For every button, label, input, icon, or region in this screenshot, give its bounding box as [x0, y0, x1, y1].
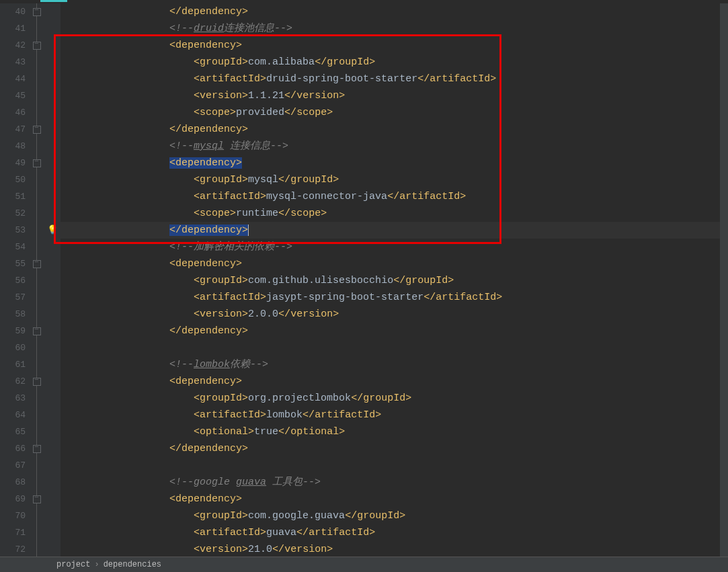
fold-toggle-icon[interactable] — [33, 8, 41, 16]
line-number[interactable]: 64 — [0, 407, 26, 423]
line-number[interactable]: 56 — [0, 272, 26, 289]
breadcrumb-bar[interactable]: project › dependencies — [0, 557, 728, 572]
fold-toggle-icon[interactable] — [33, 260, 41, 268]
code-line[interactable]: <version>21.0</version> — [60, 541, 728, 557]
line-number[interactable]: 55 — [0, 255, 26, 272]
code-line[interactable]: <scope>runtime</scope> — [60, 205, 728, 222]
line-number[interactable]: 62 — [0, 373, 26, 390]
line-number[interactable]: 59 — [0, 323, 26, 339]
code-token: < — [169, 258, 175, 270]
line-number[interactable]: 68 — [0, 474, 26, 491]
line-number[interactable]: 48 — [0, 138, 26, 155]
code-token: druid — [194, 23, 224, 34]
line-number[interactable]: 41 — [0, 20, 26, 37]
fold-gutter[interactable] — [31, 3, 43, 557]
line-number[interactable]: 50 — [0, 171, 26, 188]
code-line[interactable]: <!--加解密相关的依赖--> — [60, 239, 728, 255]
line-number[interactable]: 60 — [0, 339, 26, 356]
line-number[interactable]: 42 — [0, 37, 26, 54]
code-token: 连接池信息--> — [224, 23, 292, 34]
code-line[interactable]: <dependency> — [60, 255, 728, 272]
fold-toggle-icon[interactable] — [33, 327, 41, 335]
code-line[interactable]: <!--google guava 工具包--> — [60, 474, 728, 491]
line-number[interactable]: 61 — [0, 356, 26, 373]
fold-toggle-icon[interactable] — [33, 159, 41, 167]
code-line[interactable] — [60, 457, 728, 474]
line-number[interactable]: 53 — [0, 222, 26, 239]
code-token: > — [242, 544, 248, 555]
code-token: dependency — [181, 124, 242, 135]
code-line[interactable]: <artifactId>jasypt-spring-boot-starter</… — [60, 289, 728, 306]
line-number[interactable]: 51 — [0, 188, 26, 205]
code-line[interactable]: <dependency> — [60, 491, 728, 507]
fold-toggle-icon[interactable] — [33, 445, 41, 453]
fold-toggle-icon[interactable] — [33, 42, 41, 50]
code-line[interactable]: <groupId>com.github.ulisesbocchio</group… — [60, 272, 728, 289]
fold-toggle-icon[interactable] — [33, 378, 41, 386]
code-line[interactable]: <groupId>com.google.guava</groupId> — [60, 507, 728, 524]
code-line[interactable] — [60, 339, 728, 356]
line-number[interactable]: 57 — [0, 289, 26, 306]
code-line[interactable]: <!--druid连接池信息--> — [60, 20, 728, 37]
code-line[interactable]: </dependency> — [60, 121, 728, 138]
code-token: </ — [169, 224, 181, 236]
code-line[interactable]: <dependency> — [60, 37, 728, 54]
line-number[interactable]: 71 — [0, 524, 26, 541]
code-line[interactable]: <artifactId>lombok</artifactId> — [60, 407, 728, 423]
code-line[interactable]: <artifactId>guava</artifactId> — [60, 524, 728, 541]
line-number[interactable]: 52 — [0, 205, 26, 222]
code-area[interactable]: 4041424344454647484950515253545556575859… — [0, 3, 728, 557]
code-line[interactable]: <groupId>com.alibaba</groupId> — [60, 54, 728, 71]
code-token: > — [242, 325, 248, 337]
code-line[interactable]: <dependency> — [60, 373, 728, 390]
code-token: com.google.guava — [248, 510, 345, 522]
code-line[interactable]: <groupId>org.projectlombok</groupId> — [60, 390, 728, 407]
line-number[interactable]: 63 — [0, 390, 26, 407]
code-token: > — [405, 393, 411, 404]
line-number[interactable]: 54 — [0, 239, 26, 255]
code-line[interactable]: <optional>true</optional> — [60, 423, 728, 440]
fold-toggle-icon[interactable] — [33, 126, 41, 134]
code-line[interactable]: </dependency> — [60, 222, 728, 239]
code-token: > — [242, 174, 248, 186]
code-line[interactable]: <artifactId>druid-spring-boot-starter</a… — [60, 71, 728, 87]
vertical-scrollbar[interactable] — [720, 3, 728, 557]
line-number[interactable]: 46 — [0, 104, 26, 121]
code-token: </ — [345, 510, 357, 522]
code-line[interactable]: <version>2.0.0</version> — [60, 306, 728, 323]
code-line[interactable]: </dependency> — [60, 440, 728, 457]
breadcrumb-item[interactable]: project — [56, 560, 90, 569]
code-line[interactable]: <groupId>mysql</groupId> — [60, 171, 728, 188]
line-number[interactable]: 70 — [0, 507, 26, 524]
line-number[interactable]: 47 — [0, 121, 26, 138]
code-line[interactable]: <!--mysql 连接信息--> — [60, 138, 728, 155]
code-line[interactable]: </dependency> — [60, 323, 728, 339]
code-token: scope — [200, 208, 230, 219]
intention-bulb-icon[interactable]: 💡 — [47, 224, 58, 235]
line-number[interactable]: 69 — [0, 491, 26, 507]
line-number[interactable]: 65 — [0, 423, 26, 440]
code-line[interactable]: <!--lombok依赖--> — [60, 356, 728, 373]
breadcrumb-item[interactable]: dependencies — [104, 560, 161, 569]
line-number[interactable]: 49 — [0, 155, 26, 171]
code-line[interactable]: <dependency> — [60, 155, 728, 171]
line-number-gutter[interactable]: 4041424344454647484950515253545556575859… — [0, 3, 31, 557]
text-caret — [248, 224, 249, 236]
line-number[interactable]: 67 — [0, 457, 26, 474]
code-content[interactable]: </dependency> <!--druid连接池信息--> <depende… — [60, 3, 728, 557]
code-token: groupId — [363, 393, 405, 404]
line-number[interactable]: 40 — [0, 3, 26, 20]
line-number[interactable]: 66 — [0, 440, 26, 457]
code-line[interactable]: <version>1.1.21</version> — [60, 87, 728, 104]
fold-toggle-icon[interactable] — [33, 495, 41, 503]
line-number[interactable]: 44 — [0, 71, 26, 87]
code-token: < — [169, 40, 175, 51]
line-number[interactable]: 72 — [0, 541, 26, 557]
line-number[interactable]: 45 — [0, 87, 26, 104]
chevron-right-icon: › — [94, 560, 99, 569]
code-line[interactable]: <artifactId>mysql-connector-java</artifa… — [60, 188, 728, 205]
line-number[interactable]: 58 — [0, 306, 26, 323]
code-line[interactable]: <scope>provided</scope> — [60, 104, 728, 121]
line-number[interactable]: 43 — [0, 54, 26, 71]
code-line[interactable]: </dependency> — [60, 3, 728, 20]
